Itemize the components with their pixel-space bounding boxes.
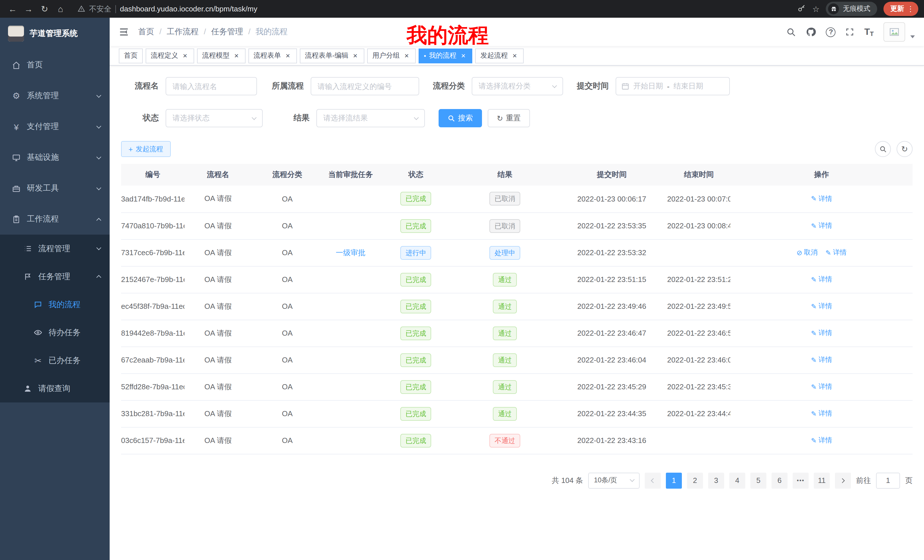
refresh-table-icon[interactable]: ↻ [897,141,913,157]
sidebar-item-payment[interactable]: ¥ 支付管理 [0,111,110,142]
result-select[interactable]: 请选择流结果 [316,109,425,127]
date-range-picker[interactable]: 开始日期 - 结束日期 [616,77,730,95]
create-process-button[interactable]: + 发起流程 [121,141,171,157]
page-button[interactable]: 4 [729,472,745,488]
browser-menu-icon[interactable]: ⋮ [907,4,914,13]
page-button[interactable]: 11 [814,472,830,488]
status-badge: 已完成 [400,273,432,286]
detail-link[interactable]: ✎ 详情 [811,382,832,392]
status-badge: 已完成 [400,407,432,421]
detail-link[interactable]: ✎ 详情 [811,275,832,284]
sidebar-item-workflow[interactable]: 工作流程 [0,204,110,235]
start-date-placeholder[interactable]: 开始日期 [633,81,663,91]
reset-button[interactable]: ↻ 重置 [488,109,530,127]
toggle-search-icon[interactable] [875,141,891,157]
current-task-link[interactable]: 一级审批 [336,248,366,257]
cancel-link[interactable]: ⊘ 取消 [796,248,818,258]
sidebar-item-todo-tasks[interactable]: 待办任务 [0,319,110,346]
tab[interactable]: 流程模型 × [197,48,246,63]
sidebar-item-task-management[interactable]: 任务管理 [0,263,110,290]
detail-link[interactable]: ✎ 详情 [811,328,832,338]
status-select[interactable]: 请选择状态 [166,109,263,127]
tab-close-icon[interactable]: × [351,52,359,60]
font-size-icon[interactable]: TT [864,27,874,37]
page-button[interactable]: 5 [750,472,766,488]
process-name-input[interactable] [166,77,257,95]
browser-forward-icon[interactable]: → [22,2,35,16]
incognito-badge[interactable]: 无痕模式 [826,2,877,16]
sidebar-item-infrastructure[interactable]: 基础设施 [0,142,110,173]
gear-icon: ⚙ [11,91,21,101]
page-button[interactable]: 2 [687,472,703,488]
status-badge: 已完成 [400,299,432,313]
tab-close-icon[interactable]: × [232,52,240,60]
category-select[interactable]: 请选择流程分类 [472,77,563,95]
sidebar-toggle-icon[interactable] [119,27,129,37]
tab[interactable]: 首页 [119,48,143,63]
tab[interactable]: 流程表单-编辑 × [300,48,364,63]
help-icon[interactable]: ? [826,27,836,37]
page-button[interactable]: 1 [666,472,682,488]
detail-link[interactable]: ✎ 详情 [811,355,832,365]
browser-update-button[interactable]: 更新 ⋮ [884,2,918,16]
address-bar[interactable]: 不安全 dashboard.yudao.iocoder.cn/bpm/task/… [78,4,798,14]
page-button[interactable]: ••• [793,472,808,488]
bookmark-star-icon[interactable]: ☆ [812,4,819,13]
github-icon[interactable] [806,27,816,37]
tab[interactable]: 流程表单 × [248,48,297,63]
search-icon[interactable] [787,27,796,37]
prev-page-button[interactable] [645,472,661,488]
tab[interactable]: ● 我的流程 × [418,48,472,63]
detail-link[interactable]: ✎ 详情 [811,301,832,311]
cell-submit-time: 2022-01-22 23:44:35 [556,400,667,427]
cell-process-name: OA 请假 [184,186,252,213]
search-button[interactable]: 搜索 [439,109,482,127]
next-page-button[interactable] [835,472,851,488]
sidebar-item-leave-query[interactable]: 请假查询 [0,374,110,403]
key-extension-icon[interactable] [798,4,806,13]
page-size-select[interactable]: 10条/页 [588,472,640,488]
cell-result: 已取消 [453,186,556,213]
cell-current-task [323,186,378,213]
tab[interactable]: 发起流程 × [475,48,524,63]
owning-process-input[interactable] [310,77,419,95]
detail-link[interactable]: ✎ 详情 [811,436,832,445]
detail-link[interactable]: ✎ 详情 [811,194,832,204]
detail-link[interactable]: ✎ 详情 [811,221,832,231]
fullscreen-icon[interactable] [846,27,855,36]
breadcrumb-item[interactable]: 我的流程 [243,27,288,37]
end-date-placeholder[interactable]: 结束日期 [674,81,703,91]
sidebar-item-home[interactable]: 首页 [0,49,110,81]
avatar[interactable] [884,22,905,42]
clipboard-icon [11,214,21,224]
cell-submit-time: 2022-01-22 23:46:47 [556,320,667,346]
sidebar-item-done-tasks[interactable]: ✂ 已办任务 [0,346,110,374]
sidebar-item-devtools[interactable]: 研发工具 [0,173,110,204]
breadcrumb-item[interactable]: 工作流程 [154,27,199,37]
caret-down-icon[interactable] [910,35,915,38]
cell-process-id: 331bc281-7b9a-11ec-a290-acde48001122 [121,400,184,427]
browser-reload-icon[interactable]: ↻ [38,2,51,16]
cell-category: OA [252,213,322,239]
tab-close-icon[interactable]: × [510,52,519,60]
browser-back-icon[interactable]: ← [6,2,20,16]
goto-page-input[interactable] [876,472,900,488]
sidebar-item-system[interactable]: ⚙ 系统管理 [0,81,110,111]
breadcrumb-item[interactable]: 首页 [138,27,154,37]
breadcrumb-item[interactable]: 任务管理 [199,27,243,37]
sidebar-item-my-processes[interactable]: 我的流程 [0,290,110,319]
page-button[interactable]: 3 [708,472,724,488]
tab-close-icon[interactable]: × [459,52,467,60]
column-header: 流程名 [184,164,252,186]
tab-close-icon[interactable]: × [181,52,189,60]
app-root: ← → ↻ ⌂ 不安全 dashboard.yudao.iocoder.cn/b… [0,0,924,560]
tab-close-icon[interactable]: × [284,52,292,60]
tab-close-icon[interactable]: × [403,52,411,60]
detail-link[interactable]: ✎ 详情 [825,248,847,258]
page-button[interactable]: 6 [771,472,788,488]
detail-link[interactable]: ✎ 详情 [811,409,832,418]
browser-home-icon[interactable]: ⌂ [54,2,68,16]
sidebar-item-process-management[interactable]: 流程管理 [0,235,110,263]
tab[interactable]: 用户分组 × [367,48,416,63]
tab[interactable]: 流程定义 × [146,48,194,63]
